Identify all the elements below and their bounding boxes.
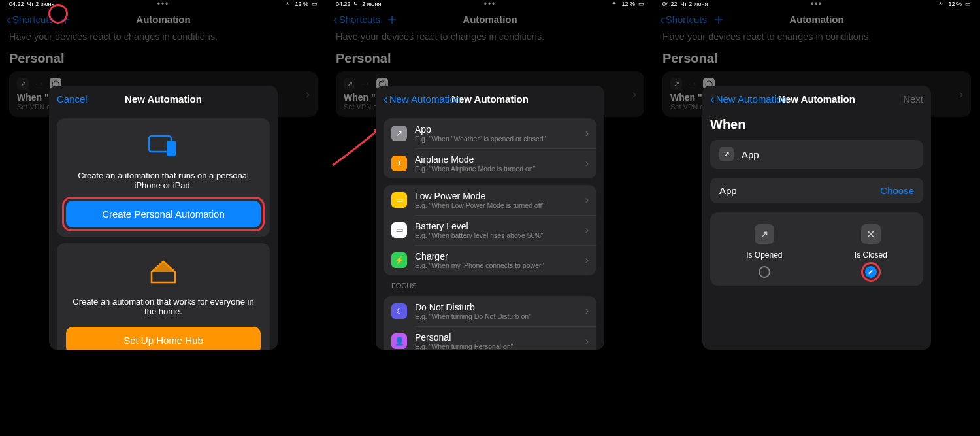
devices-icon (66, 134, 261, 159)
trigger-low-power-mode[interactable]: ▭ Low Power ModeE.g. "When Low Power Mod… (384, 185, 596, 215)
close-icon: ✕ (861, 224, 881, 244)
home-icon (66, 259, 261, 285)
app-trigger-sheet: ‹New Automation New Automation Next When… (702, 86, 931, 350)
cancel-button[interactable]: Cancel (57, 93, 88, 105)
trigger-battery-level[interactable]: ▭ Battery LevelE.g. "When battery level … (384, 215, 596, 245)
open-close-toggle: ↗ Is Opened ✕ Is Closed (710, 212, 923, 286)
trigger-do-not-disturb[interactable]: ☾ Do Not DisturbE.g. "When turning Do No… (384, 296, 596, 326)
status-bar: 04:22Чт 2 июня ••• ᯤ12 %▭ (653, 0, 980, 8)
open-icon: ↗ (755, 224, 774, 244)
status-time: 04:22 (9, 1, 24, 7)
subtitle: Have your devices react to changes in co… (0, 30, 327, 44)
choose-button[interactable]: Choose (880, 185, 914, 196)
choose-app-cell[interactable]: App Choose (710, 178, 923, 203)
trigger-list-sheet: ‹New Automation New Automation ↗ AppE.g.… (376, 86, 604, 350)
next-button[interactable]: Next (903, 93, 923, 105)
is-opened-option[interactable]: ↗ Is Opened (746, 224, 782, 278)
chevron-right-icon: › (585, 158, 589, 169)
add-button[interactable]: ＋ (57, 8, 73, 29)
trigger-icon: ▭ (391, 222, 407, 238)
personal-desc: Create an automation that runs on a pers… (66, 171, 261, 190)
when-header: When (710, 112, 923, 140)
back-label: Shortcuts (12, 14, 54, 25)
is-opened-label: Is Opened (746, 250, 782, 260)
sheet-title: New Automation (125, 93, 202, 105)
chevron-right-icon: › (585, 224, 589, 236)
new-automation-sheet: Cancel New Automation Create an automati… (49, 86, 278, 350)
back-button[interactable]: ‹New Automation (384, 92, 461, 105)
chevron-right-icon: › (585, 194, 589, 206)
create-personal-button[interactable]: Create Personal Automation (66, 201, 261, 227)
trigger-personal[interactable]: 👤 PersonalE.g. "When turning Personal on… (384, 326, 596, 350)
app-row-label: App (719, 185, 880, 196)
status-bar: 04:22 Чт 2 июня ••• ᯤ 12 % ▭ (0, 0, 327, 8)
trigger-icon: ▭ (391, 192, 407, 208)
chevron-right-icon: › (585, 127, 589, 139)
chevron-right-icon: › (585, 335, 589, 347)
svg-rect-1 (167, 141, 176, 156)
battery-icon: ▭ (312, 1, 318, 7)
trigger-icon: ☾ (391, 303, 407, 319)
chevron-right-icon: › (585, 305, 589, 317)
section-header: Personal (0, 44, 327, 71)
personal-automation-card: Create an automation that runs on a pers… (57, 118, 270, 237)
home-automation-card: Create an automation that works for ever… (57, 243, 270, 350)
chevron-left-icon: ‹ (7, 12, 11, 25)
app-icon: ↗ (719, 147, 734, 161)
arrow-icon: → (34, 78, 44, 90)
trigger-icon: 👤 (391, 333, 407, 349)
is-closed-radio[interactable] (865, 266, 877, 278)
is-opened-radio[interactable] (759, 266, 770, 278)
share-icon: ↗ (17, 78, 29, 90)
status-date: Чт 2 июня (27, 1, 55, 7)
trigger-app[interactable]: ↗ AppE.g. "When "Weather" is opened or c… (384, 118, 596, 148)
wifi-icon: ᯤ (286, 1, 291, 7)
nav-bar: ‹Shortcuts＋ Automation (327, 8, 653, 30)
nav-bar: ‹ Shortcuts ＋ Automation (0, 8, 327, 30)
battery-percent: 12 % (295, 1, 308, 7)
chevron-right-icon: › (306, 88, 310, 101)
trigger-charger[interactable]: ⚡ ChargerE.g. "When my iPhone connects t… (384, 245, 596, 275)
back-button[interactable]: ‹Shortcuts＋ (333, 8, 400, 29)
status-bar: 04:22Чт 2 июня ••• ᯤ12 %▭ (327, 0, 653, 8)
trigger-icon: ↗ (391, 126, 407, 141)
back-button[interactable]: ‹New Automation (710, 92, 787, 105)
nav-bar: ‹Shortcuts＋ Automation (653, 8, 980, 30)
app-header-cell: ↗ App (710, 140, 923, 169)
nav-title: Automation (136, 14, 190, 25)
back-button[interactable]: ‹ Shortcuts ＋ (7, 8, 73, 29)
trigger-icon: ✈ (391, 156, 407, 171)
focus-label: FOCUS (384, 282, 596, 290)
setup-home-button[interactable]: Set Up Home Hub (66, 327, 261, 350)
trigger-icon: ⚡ (391, 252, 407, 268)
is-closed-option[interactable]: ✕ Is Closed (855, 224, 887, 278)
chevron-right-icon: › (585, 254, 589, 266)
is-closed-label: Is Closed (855, 250, 887, 260)
sheet-title: New Automation (778, 93, 855, 105)
app-label: App (742, 149, 914, 160)
home-desc: Create an automation that works for ever… (66, 297, 261, 316)
trigger-airplane-mode[interactable]: ✈ Airplane ModeE.g. "When Airplane Mode … (384, 148, 596, 178)
back-button[interactable]: ‹Shortcuts＋ (660, 8, 727, 29)
sheet-title: New Automation (451, 93, 529, 105)
